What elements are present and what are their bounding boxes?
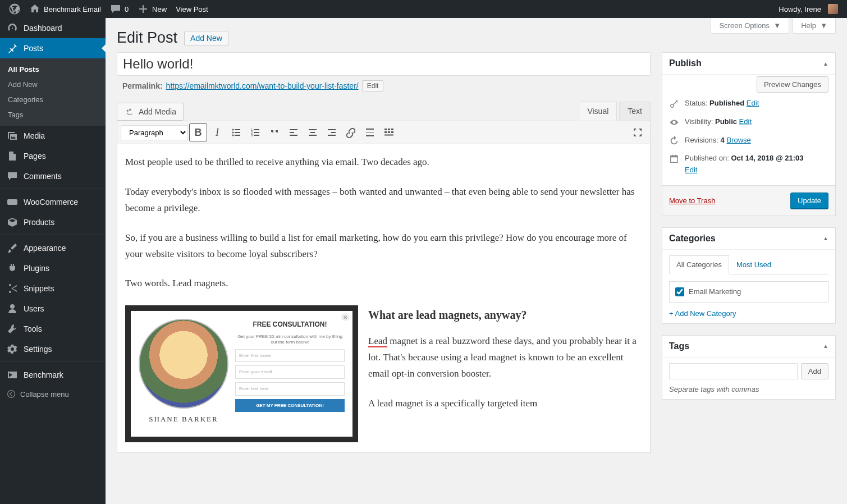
ol-icon: 123 xyxy=(250,127,261,138)
view-post-link[interactable]: View Post xyxy=(171,0,213,18)
status-edit-link[interactable]: Edit xyxy=(747,99,759,107)
screen-options-button[interactable]: Screen Options ▼ xyxy=(711,18,789,34)
quote-icon xyxy=(269,127,280,138)
collapse-icon: ▲ xyxy=(823,61,828,67)
editor-content[interactable]: Most people used to be thrilled to recei… xyxy=(117,144,651,453)
sidebar-item-products[interactable]: Products xyxy=(0,212,106,232)
svg-rect-27 xyxy=(366,135,374,136)
quote-button[interactable] xyxy=(265,123,283,141)
main-content: Screen Options ▼ Help ▼ Edit Post Add Ne… xyxy=(106,18,847,504)
sidebar-sub-tags[interactable]: Tags xyxy=(0,107,106,122)
posts-submenu: All Posts Add New Categories Tags xyxy=(0,58,106,126)
sidebar-item-users[interactable]: Users xyxy=(0,299,106,319)
revisions-browse-link[interactable]: Browse xyxy=(726,136,750,144)
add-new-category-link[interactable]: + Add New Category xyxy=(669,309,736,318)
add-media-button[interactable]: Add Media xyxy=(117,103,184,121)
svg-rect-21 xyxy=(309,135,317,136)
publish-box-header[interactable]: Publish▲ xyxy=(662,53,835,75)
sidebar-item-woocommerce[interactable]: WooCommerce xyxy=(0,192,106,212)
kitchen-sink-button[interactable] xyxy=(380,123,398,141)
svg-point-1 xyxy=(8,391,15,398)
user-greeting[interactable]: Howdy, Irene xyxy=(774,0,843,18)
fullscreen-button[interactable] xyxy=(629,123,647,141)
svg-text:3: 3 xyxy=(251,134,253,137)
align-center-button[interactable] xyxy=(304,123,322,141)
category-item[interactable]: Email Marketing xyxy=(675,287,822,296)
tags-box: Tags▲ Add Separate tags with commas xyxy=(662,335,836,400)
bold-button[interactable]: B xyxy=(189,123,207,141)
readmore-icon xyxy=(364,127,376,138)
add-tag-button[interactable]: Add xyxy=(801,363,828,379)
comments-link[interactable]: 0 xyxy=(106,0,133,18)
sidebar-item-plugins[interactable]: Plugins xyxy=(0,258,106,278)
sidebar-item-media[interactable]: Media xyxy=(0,126,106,146)
publish-box: Publish▲ Preview Changes Status: Publish… xyxy=(662,52,836,216)
sidebar-item-settings[interactable]: Settings xyxy=(0,339,106,359)
tag-input[interactable] xyxy=(669,363,798,379)
svg-point-8 xyxy=(232,135,234,136)
sidebar-item-comments[interactable]: Comments xyxy=(0,166,106,186)
align-center-icon xyxy=(307,127,318,138)
sidebar-sub-categories[interactable]: Categories xyxy=(0,92,106,107)
collapse-icon xyxy=(7,390,16,398)
permalink-url[interactable]: https://emailmktworld.com/want-to-build-… xyxy=(166,81,359,90)
svg-rect-25 xyxy=(366,129,374,130)
wp-logo[interactable] xyxy=(4,0,25,18)
preview-changes-button[interactable]: Preview Changes xyxy=(757,76,828,93)
post-title-input[interactable] xyxy=(117,52,651,76)
readmore-button[interactable] xyxy=(361,123,379,141)
italic-button[interactable]: I xyxy=(208,123,226,141)
update-button[interactable]: Update xyxy=(790,193,828,209)
product-icon xyxy=(7,217,18,228)
permalink-label: Permalink: xyxy=(122,81,163,90)
permalink-edit-button[interactable]: Edit xyxy=(362,80,384,91)
svg-rect-29 xyxy=(388,129,390,130)
sidebar-item-benchmark[interactable]: Benchmark xyxy=(0,365,106,385)
comment-icon xyxy=(110,3,121,15)
sidebar-item-tools[interactable]: Tools xyxy=(0,319,106,339)
tab-text[interactable]: Text xyxy=(619,102,651,121)
key-icon xyxy=(669,99,679,109)
svg-rect-0 xyxy=(7,199,17,205)
sidebar-item-dashboard[interactable]: Dashboard xyxy=(0,18,106,38)
sidebar-item-pages[interactable]: Pages xyxy=(0,146,106,166)
categories-box-header[interactable]: Categories▲ xyxy=(662,228,835,250)
tags-box-header[interactable]: Tags▲ xyxy=(662,336,835,358)
align-right-button[interactable] xyxy=(323,123,341,141)
help-button[interactable]: Help ▼ xyxy=(793,18,836,34)
svg-rect-7 xyxy=(235,132,240,133)
content-image: SHANE BARKER FREE CONSULTATION! Get your… xyxy=(125,305,358,442)
sidebar-item-posts[interactable]: Posts xyxy=(0,38,106,58)
tool-icon xyxy=(7,323,18,335)
visibility-edit-link[interactable]: Edit xyxy=(739,117,752,126)
bullet-list-button[interactable] xyxy=(227,123,245,141)
published-edit-link[interactable]: Edit xyxy=(685,166,697,174)
svg-rect-15 xyxy=(254,135,259,136)
site-link[interactable]: Benchmark Email xyxy=(25,0,106,18)
plug-icon xyxy=(7,263,18,274)
collapse-menu[interactable]: Collapse menu xyxy=(0,385,106,403)
sidebar-item-appearance[interactable]: Appearance xyxy=(0,238,106,258)
new-link[interactable]: New xyxy=(133,0,171,18)
move-to-trash-link[interactable]: Move to Trash xyxy=(669,196,715,205)
sidebar-sub-add-new[interactable]: Add New xyxy=(0,77,106,92)
align-left-button[interactable] xyxy=(285,123,303,141)
category-checkbox[interactable] xyxy=(675,287,684,296)
number-list-button[interactable]: 123 xyxy=(246,123,264,141)
svg-rect-37 xyxy=(671,156,678,158)
categories-box: Categories▲ All Categories Most Used Ema… xyxy=(662,227,836,324)
svg-point-4 xyxy=(232,129,234,131)
tab-most-used[interactable]: Most Used xyxy=(729,255,779,274)
link-button[interactable] xyxy=(342,123,360,141)
comment-icon xyxy=(7,171,18,182)
tab-visual[interactable]: Visual xyxy=(579,102,617,121)
editor-toolbar: Paragraph B I 123 xyxy=(117,121,651,144)
add-new-post-button[interactable]: Add New xyxy=(184,31,228,45)
sidebar-sub-all-posts[interactable]: All Posts xyxy=(0,62,106,77)
svg-rect-38 xyxy=(672,155,673,157)
format-select[interactable]: Paragraph xyxy=(121,125,188,140)
collapse-icon: ▲ xyxy=(823,343,828,349)
sidebar-item-snippets[interactable]: Snippets xyxy=(0,278,106,299)
tab-all-categories[interactable]: All Categories xyxy=(669,255,729,274)
svg-rect-34 xyxy=(384,134,393,136)
